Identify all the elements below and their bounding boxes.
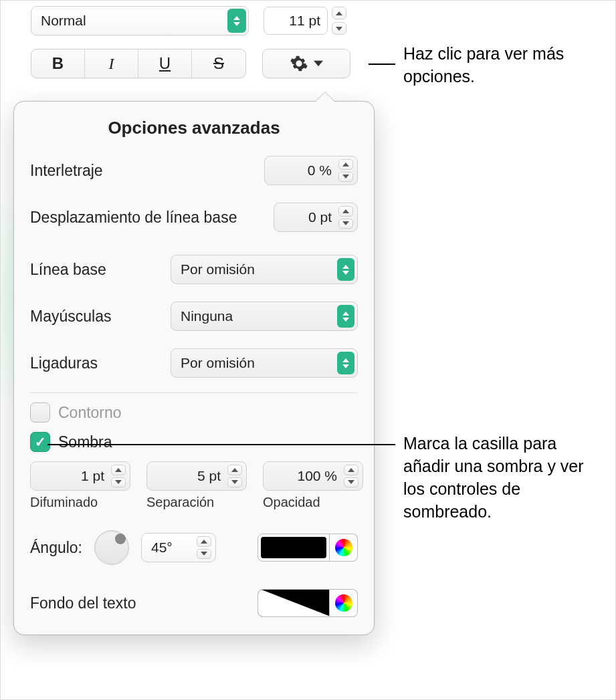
- shadow-angle-field[interactable]: 45°: [141, 533, 216, 562]
- shadow-checkbox[interactable]: [30, 432, 50, 452]
- tracking-step-down[interactable]: [338, 172, 353, 183]
- ligatures-label: Ligaduras: [30, 354, 98, 372]
- baseline-shift-value: 0 pt: [308, 209, 332, 225]
- font-size-step-up[interactable]: [332, 7, 346, 19]
- bold-button[interactable]: B: [31, 49, 85, 78]
- text-background-color-picker[interactable]: [330, 589, 358, 617]
- caps-select[interactable]: Ninguna: [171, 302, 358, 331]
- ligatures-value: Por omisión: [181, 355, 255, 371]
- underline-button[interactable]: U: [138, 49, 192, 78]
- shadow-opacity-value: 100 %: [297, 468, 337, 484]
- baseline-select[interactable]: Por omisión: [171, 255, 358, 284]
- shadow-offset-value: 5 pt: [197, 468, 221, 484]
- shadow-offset-step-down[interactable]: [227, 477, 242, 488]
- baseline-shift-label: Desplazamiento de línea base: [30, 209, 237, 227]
- baseline-shift-step-down[interactable]: [338, 219, 353, 229]
- callout-line: [47, 444, 395, 445]
- shadow-opacity-step-up[interactable]: [344, 465, 358, 475]
- strikethrough-button[interactable]: S: [192, 49, 245, 78]
- shadow-blur-step-down[interactable]: [111, 477, 126, 488]
- callout-gear: Haz clic para ver más opciones.: [403, 42, 604, 88]
- chevrons-icon: [337, 352, 354, 374]
- caps-value: Ninguna: [181, 308, 233, 324]
- bold-label: B: [52, 54, 64, 73]
- baseline-value: Por omisión: [181, 261, 255, 277]
- character-style-value: Normal: [41, 13, 86, 29]
- color-wheel-icon: [335, 539, 352, 556]
- shadow-angle-dial[interactable]: [94, 530, 129, 565]
- chevron-down-icon: [314, 59, 323, 68]
- shadow-offset-label: Separación: [146, 495, 214, 510]
- shadow-offset-step-up[interactable]: [227, 465, 242, 475]
- color-wheel-icon: [335, 594, 352, 612]
- gear-icon: [290, 54, 308, 73]
- shadow-opacity-field[interactable]: 100 %: [263, 461, 363, 491]
- shadow-angle-label: Ángulo:: [30, 539, 82, 557]
- format-row: B I U S: [31, 49, 350, 78]
- shadow-angle-value: 45°: [151, 540, 173, 556]
- callout-shadow: Marca la casilla para añadir una sombra …: [403, 432, 604, 523]
- ligatures-select[interactable]: Por omisión: [171, 348, 358, 378]
- font-size-value: 11 pt: [289, 13, 320, 29]
- character-style-select[interactable]: Normal: [31, 6, 249, 35]
- outline-checkbox[interactable]: [30, 402, 50, 423]
- shadow-offset-field[interactable]: 5 pt: [146, 461, 247, 491]
- text-background-label: Fondo del texto: [30, 594, 136, 612]
- italic-label: I: [109, 55, 114, 73]
- shadow-color-well[interactable]: [258, 534, 330, 562]
- shadow-blur-field[interactable]: 1 pt: [30, 461, 130, 491]
- tracking-label: Interletraje: [30, 162, 103, 180]
- tracking-step-up[interactable]: [338, 159, 353, 170]
- underline-label: U: [159, 54, 171, 73]
- font-size-step-down[interactable]: [332, 22, 346, 35]
- shadow-opacity-step-down[interactable]: [344, 477, 358, 488]
- italic-button[interactable]: I: [85, 49, 138, 78]
- tracking-field[interactable]: 0 %: [264, 156, 358, 185]
- shadow-opacity-label: Opacidad: [263, 495, 320, 510]
- baseline-shift-field[interactable]: 0 pt: [274, 203, 358, 232]
- shadow-blur-step-up[interactable]: [111, 465, 126, 475]
- text-background-color-well[interactable]: [258, 589, 330, 617]
- shadow-blur-label: Difuminado: [30, 495, 98, 510]
- popover-title: Opciones avanzadas: [30, 118, 358, 138]
- caps-label: Mayúsculas: [30, 308, 111, 326]
- outline-label: Contorno: [58, 404, 122, 422]
- baseline-shift-step-up[interactable]: [338, 206, 353, 217]
- shadow-angle-step-down[interactable]: [197, 549, 211, 560]
- tracking-value: 0 %: [308, 162, 332, 179]
- shadow-color-picker[interactable]: [330, 534, 358, 562]
- divider: [30, 392, 358, 393]
- strike-label: S: [213, 54, 224, 73]
- top-row: Normal 11 pt: [31, 6, 375, 35]
- chevrons-icon: [337, 305, 354, 328]
- advanced-options-button[interactable]: [262, 49, 350, 78]
- callout-line: [369, 64, 395, 65]
- baseline-label: Línea base: [30, 261, 106, 279]
- text-style-segment: B I U S: [31, 49, 246, 78]
- chevrons-icon: [227, 9, 246, 33]
- shadow-label: Sombra: [58, 433, 112, 451]
- font-size-field[interactable]: 11 pt: [264, 7, 328, 35]
- advanced-options-popover: Opciones avanzadas Interletraje 0 % Desp…: [13, 101, 375, 635]
- shadow-angle-step-up[interactable]: [197, 536, 211, 547]
- chevrons-icon: [337, 258, 354, 281]
- shadow-blur-value: 1 pt: [81, 468, 104, 484]
